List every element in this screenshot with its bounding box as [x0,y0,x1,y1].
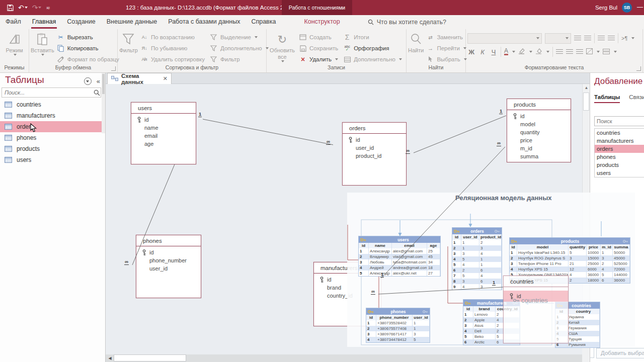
dialog-launcher-icon[interactable] [636,66,641,71]
remove-sort-button[interactable]: А̸я Удалить сортировку [138,54,207,65]
er-field-m_id[interactable]: m_id [507,144,571,152]
toggle-filter-button[interactable]: Фильтр [207,54,271,65]
font-size-combo[interactable] [545,33,571,44]
add-panel-tab-Связи[interactable]: Связи [629,94,644,103]
er-table-countries-ghost[interactable]: countriesid [503,276,569,343]
user-name[interactable]: Serg Bul [595,0,617,15]
sort-ascending-button[interactable]: А↓ По возрастанию [138,32,207,43]
selection-button[interactable]: Выделение [207,32,271,43]
er-field-user_id[interactable]: user_id [343,144,406,152]
er-table-users[interactable]: usersidnameemailage [131,102,196,164]
er-field-id[interactable]: id [507,112,571,120]
save-record-button[interactable]: Сохранить [296,43,341,54]
find-button[interactable]: Найти [408,31,424,54]
add-panel-search-input[interactable] [594,116,644,126]
increase-indent-icon[interactable] [608,36,615,41]
shutter-close-icon[interactable]: « [97,77,100,85]
er-table-phones[interactable]: phonesidphone_numberuser_id [136,235,201,298]
advanced-filter-button[interactable]: Дополнительно [207,43,271,54]
er-field-model[interactable]: model [507,120,571,128]
customize-qat-icon[interactable]: ≂ [46,5,50,11]
add-panel-item-manufacturers[interactable]: manufacturers [595,137,644,145]
select-button[interactable]: Выбрать [424,54,469,65]
more-records-button[interactable]: Дополнительно [341,54,405,65]
sidebar-item-manufacturers[interactable]: manufacturers [0,110,105,121]
filter-button[interactable]: Фильтр [119,31,138,54]
sidebar-item-phones[interactable]: phones [0,132,105,143]
sidebar-item-countries[interactable]: countries [0,99,105,110]
er-field-email[interactable]: email [131,132,196,140]
goto-button[interactable]: → Перейти [424,43,469,54]
save-icon[interactable] [7,5,14,11]
sidebar-item-users[interactable]: users [0,154,105,165]
nav-search-icon[interactable] [94,89,100,98]
add-panel-combo-button[interactable] [590,347,594,358]
paste-button[interactable]: Вставить [31,31,54,56]
align-left-icon[interactable] [556,49,563,54]
add-panel-item-orders[interactable]: orders [595,145,644,153]
numbered-list-icon[interactable] [584,36,591,41]
scroll-left-icon[interactable]: ◀ [107,354,113,362]
redo-button[interactable]: ↷ [32,4,42,12]
add-selected-tables-button[interactable]: Добавить выбранные таблицы [596,348,644,358]
tell-me-box[interactable]: Что вы хотите сделать? [368,15,446,29]
er-field-id[interactable]: id [131,116,196,124]
bold-button[interactable]: Ж [467,48,475,56]
er-field-id[interactable]: id [136,248,201,256]
tab-close-icon[interactable]: ✕ [163,75,168,82]
format-painter-button[interactable]: Формат по образцу [54,54,122,65]
italic-button[interactable]: К [478,48,487,56]
undo-button[interactable]: ↶ [18,4,28,12]
bullet-list-icon[interactable] [574,36,581,41]
nav-search-input[interactable] [2,87,101,98]
add-panel-item-products[interactable]: products [595,161,644,169]
font-color-button[interactable]: А [504,48,508,55]
menu-tab-Файл[interactable]: Файл [0,15,27,29]
avatar[interactable]: SB [622,3,632,13]
fill-color-button[interactable] [535,47,542,56]
scroll-up-icon[interactable]: ▲ [583,84,590,92]
er-field-age[interactable]: age [131,140,196,148]
add-panel-item-countries[interactable]: countries [595,129,644,137]
er-field-summa[interactable]: summa [507,152,571,160]
replace-button[interactable]: ⇄ Заменить [424,32,469,43]
menu-tab-Конструктор[interactable]: Конструктор [298,15,345,29]
er-field-phone_number[interactable]: phone_number [136,256,201,264]
new-record-button[interactable]: Создать [296,32,341,43]
menu-tab-Создание[interactable]: Создание [61,15,101,29]
menu-tab-Работа с базами данных[interactable]: Работа с базами данных [163,15,246,29]
paragraph-direction-icon[interactable]: >¶ [621,35,627,41]
add-panel-tab-Таблицы[interactable]: Таблицы [594,94,620,103]
sort-descending-button[interactable]: Я↓ По убыванию [138,43,207,54]
horizontal-scroll-thumb[interactable] [114,354,186,361]
refresh-all-button[interactable]: ↻ Обновить все [268,31,296,62]
align-center-icon[interactable] [566,49,573,54]
align-right-icon[interactable] [576,49,583,54]
alt-row-color-button[interactable] [603,47,610,56]
tab-schema-dannyh[interactable]: Схема данных ✕ [107,73,172,84]
er-field-product_id[interactable]: product_id [343,152,406,160]
sidebar-item-orders[interactable]: orders [0,121,105,132]
underline-button[interactable]: Ч [490,48,498,56]
spelling-button[interactable]: abc✓ Орфография [341,43,405,54]
highlight-button[interactable] [518,47,525,56]
er-field-price[interactable]: price [507,136,571,144]
canvas-horizontal-scrollbar[interactable]: ◀ [106,354,590,362]
dialog-launcher-icon[interactable] [111,66,116,71]
delete-button[interactable]: × Удалить [296,54,341,65]
add-panel-item-phones[interactable]: phones [595,153,644,161]
menu-tab-Внешние данные[interactable]: Внешние данные [101,15,163,29]
copy-button[interactable]: Копировать [54,43,122,54]
vertical-scroll-thumb[interactable] [583,93,589,111]
er-field-quantity[interactable]: quantity [507,128,571,136]
menu-tab-Главная[interactable]: Главная [27,15,62,29]
er-field-user_id[interactable]: user_id [136,264,201,273]
sidebar-item-products[interactable]: products [0,143,105,154]
er-field-id[interactable]: id [343,136,406,144]
menu-tab-Справка[interactable]: Справка [246,15,281,29]
decrease-indent-icon[interactable] [598,36,605,41]
font-family-combo[interactable] [467,33,542,44]
er-field-name[interactable]: name [131,124,196,132]
totals-button[interactable]: Σ Итоги [341,32,405,43]
view-button[interactable]: Режим [2,31,27,56]
